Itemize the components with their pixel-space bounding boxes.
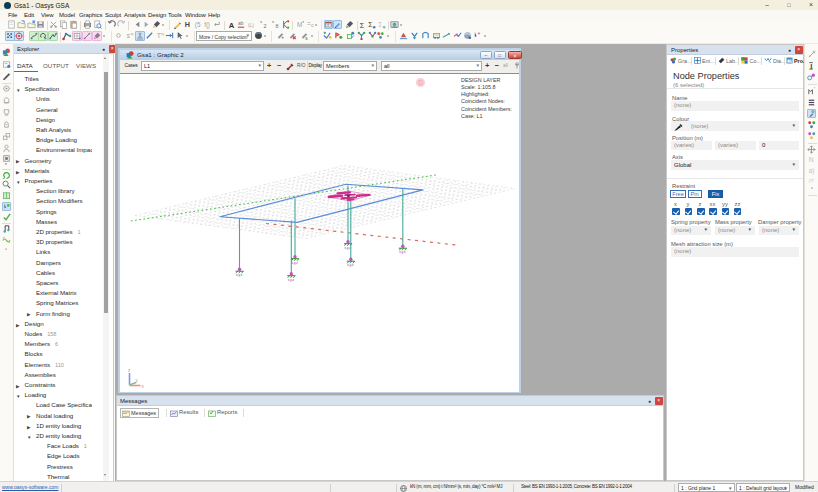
svg-text:': ' <box>814 87 815 92</box>
svg-text:x: x <box>142 383 145 388</box>
svg-text:x,y,z: x,y,z <box>288 277 295 281</box>
svg-text:xy: xy <box>161 32 164 36</box>
svg-text:ab: ab <box>238 22 244 27</box>
svg-text:x,y,z: x,y,z <box>399 250 406 254</box>
svg-text:2: 2 <box>263 23 266 29</box>
svg-text:(L): (L) <box>248 23 254 28</box>
svg-text:*: * <box>259 21 261 27</box>
svg-text:(5: (5 <box>194 21 200 29</box>
svg-text:Σ: Σ <box>369 21 373 28</box>
svg-text:8: 8 <box>275 23 278 29</box>
svg-text:A: A <box>229 21 235 29</box>
svg-text:x,y,z: x,y,z <box>292 260 299 264</box>
svg-text:Σ: Σ <box>360 21 365 29</box>
svg-text:): ) <box>208 21 210 29</box>
svg-text:x,y,z: x,y,z <box>236 273 243 277</box>
svg-text:y: y <box>136 377 139 382</box>
svg-text:N: N <box>809 156 814 163</box>
svg-text:s: s <box>305 36 308 40</box>
svg-text:Σ: Σ <box>378 21 382 28</box>
svg-text:M: M <box>297 21 302 28</box>
svg-text:a): a) <box>809 167 815 175</box>
svg-text:z: z <box>128 367 131 372</box>
svg-text:x,y,z: x,y,z <box>347 263 354 267</box>
svg-text:xy: xy <box>130 32 134 36</box>
svg-text:*: * <box>478 31 481 39</box>
svg-text:/?: /? <box>809 178 815 184</box>
svg-text:x,y,z: x,y,z <box>345 245 352 249</box>
svg-text:H: H <box>185 20 190 29</box>
svg-text:s: s <box>126 32 129 39</box>
svg-text:*: * <box>271 21 273 27</box>
